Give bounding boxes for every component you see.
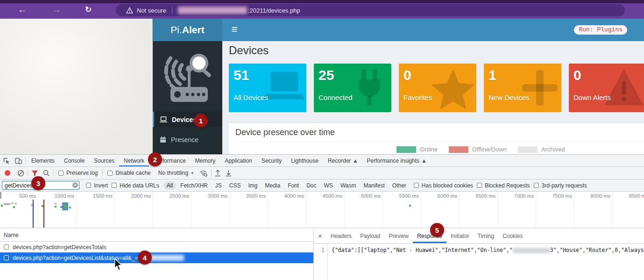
timeline-tick-label: 2000 ms xyxy=(131,193,151,199)
type-chip[interactable]: Fetch/XHR xyxy=(177,181,211,190)
laptop-icon xyxy=(160,116,167,122)
card-down-alerts[interactable]: 0 Down Alerts xyxy=(569,64,644,112)
timeline-tick-label: 1000 ms xyxy=(55,193,74,199)
detail-tab[interactable]: Payload xyxy=(356,229,384,243)
legend-item[interactable]: Offline/Down xyxy=(449,146,507,153)
card-favorites[interactable]: 0 Favorites xyxy=(399,64,476,112)
legend-swatch xyxy=(396,146,416,153)
main-content: Devices 51 All Devices 25 Connected 0 Fa… xyxy=(222,41,644,154)
chevron-down-icon: ▾ xyxy=(191,171,193,175)
detail-tab[interactable]: Initiator xyxy=(446,229,473,243)
address-bar[interactable]: Not secure :20211/devices.php xyxy=(116,4,625,16)
disable-cache-checkbox[interactable]: Disable cache xyxy=(107,170,150,176)
clear-icon[interactable] xyxy=(17,170,24,177)
devtools-tab[interactable]: Sources xyxy=(89,155,119,166)
response-json-line[interactable]: {"data":[["laptop","Net - Huawei","Inter… xyxy=(328,244,644,280)
redacted-host xyxy=(178,7,247,14)
step-badge-3: 3 xyxy=(31,176,45,190)
chart-legend: Online Offline/Down Archived xyxy=(273,146,644,153)
request-checkbox[interactable] xyxy=(4,255,9,260)
app-header: Pi.Alert ≡ Run: Plugins Sym (28, xyxy=(153,19,644,41)
timeline-tick-label: 6500 ms xyxy=(476,193,495,199)
network-overview-timeline[interactable]: 500 ms1000 ms1500 ms2000 ms2500 ms3000 m… xyxy=(0,192,644,228)
third-party-requests-checkbox[interactable]: 3rd-party requests xyxy=(534,182,587,189)
record-icon[interactable] xyxy=(5,170,10,176)
devtools-tab[interactable]: Elements xyxy=(27,155,59,166)
detail-tab[interactable]: Preview xyxy=(385,229,413,243)
request-list-header[interactable]: Name xyxy=(0,229,313,242)
legend-item[interactable]: Archived xyxy=(518,146,565,153)
run-plugins-button[interactable]: Run: Plugins xyxy=(574,25,627,35)
request-row-selected[interactable]: devices.php?action=getDevicesList&status… xyxy=(0,252,313,263)
sidebar-item-devices[interactable]: Devices xyxy=(153,112,222,127)
type-chip[interactable]: Wasm xyxy=(337,181,360,190)
timeline-tick-label: 5000 ms xyxy=(361,193,381,199)
preserve-log-checkbox[interactable]: Preserve log xyxy=(58,170,98,176)
security-label: Not secure xyxy=(137,7,166,14)
type-chip[interactable]: Doc xyxy=(303,181,319,190)
request-list: Name devices.php?action=getDevicesTotals… xyxy=(0,229,314,280)
request-checkbox[interactable] xyxy=(4,244,9,250)
network-conditions-icon[interactable] xyxy=(199,170,208,177)
throttling-select[interactable]: No throttling ▾ xyxy=(158,170,193,176)
redacted-response-value xyxy=(513,248,550,253)
devtools-tab[interactable]: Performance insights xyxy=(362,155,431,166)
type-chip[interactable]: Other xyxy=(389,181,410,190)
type-chip[interactable]: JS xyxy=(212,181,225,190)
app-logo[interactable]: Pi.Alert xyxy=(153,19,222,41)
type-chip[interactable]: Media xyxy=(262,181,283,190)
has-blocked-cookies-checkbox[interactable]: Has blocked cookies xyxy=(414,182,473,189)
divider xyxy=(53,169,54,177)
detail-tab[interactable]: Cookies xyxy=(498,229,527,243)
devtools-tab[interactable]: Application xyxy=(220,155,257,166)
devtools-tab[interactable]: Console xyxy=(59,155,89,166)
type-chip[interactable]: WS xyxy=(321,181,336,190)
type-chip[interactable]: Font xyxy=(284,181,302,190)
card-connected[interactable]: 25 Connected xyxy=(314,64,391,112)
network-filter-bar: ✕ Invert Hide data URLs AllFetch/XHRJSCS… xyxy=(0,179,644,192)
card-new-devices[interactable]: 1 New Devices xyxy=(484,64,561,112)
inspect-element-icon[interactable] xyxy=(0,155,12,166)
resource-type-chips: AllFetch/XHRJSCSSImgMediaFontDocWSWasmMa… xyxy=(163,181,410,190)
type-chip[interactable]: All xyxy=(163,181,176,190)
forward-icon[interactable]: → xyxy=(52,5,61,15)
close-icon[interactable]: × xyxy=(318,232,322,240)
devtools-tab[interactable]: Network xyxy=(119,155,149,166)
type-chip[interactable]: Manifest xyxy=(360,181,388,190)
timeline-tick-label: 5500 ms xyxy=(399,193,419,199)
request-row[interactable]: devices.php?action=getDevicesTotals xyxy=(0,242,313,252)
presence-panel-title: Device presence over time xyxy=(229,123,644,142)
export-har-icon[interactable] xyxy=(226,170,232,177)
import-har-icon[interactable] xyxy=(215,170,221,177)
sidebar-item-presence[interactable]: Presence xyxy=(153,132,222,147)
type-chip[interactable]: Img xyxy=(245,181,261,190)
devtools-tab[interactable]: Lighthouse xyxy=(286,155,323,166)
invert-checkbox[interactable]: Invert xyxy=(86,182,108,189)
hide-data-urls-checkbox[interactable]: Hide data URLs xyxy=(112,182,159,189)
clear-filter-icon[interactable]: ✕ xyxy=(72,182,78,188)
legend-swatch xyxy=(518,146,538,153)
reload-icon[interactable]: ↻ xyxy=(85,5,92,15)
calendar-icon xyxy=(160,136,166,143)
type-chip[interactable]: CSS xyxy=(226,181,244,190)
browser-toolbar: ← → ↻ Not secure :20211/devices.php xyxy=(0,0,644,19)
card-all-devices[interactable]: 51 All Devices xyxy=(229,64,306,112)
device-toolbar-icon[interactable] xyxy=(12,155,24,166)
legend-item[interactable]: Online xyxy=(396,146,438,153)
detail-tab[interactable]: Timing xyxy=(474,229,499,243)
filter-icon[interactable] xyxy=(31,170,38,176)
menu-toggle-icon[interactable]: ≡ xyxy=(227,23,241,36)
devtools-tab[interactable]: Security xyxy=(257,155,286,166)
detail-tab[interactable]: Headers xyxy=(326,229,356,243)
legend-swatch xyxy=(449,146,468,153)
devtools-tab[interactable]: Recorder xyxy=(323,155,362,166)
timeline-tick-label: 1500 ms xyxy=(93,193,113,199)
search-icon[interactable] xyxy=(43,170,50,177)
divider xyxy=(25,157,26,165)
detail-tabs: HeadersPayloadPreviewResponseInitiatorTi… xyxy=(326,229,527,243)
timeline-tick-label: 3500 ms xyxy=(246,193,266,199)
blocked-requests-checkbox[interactable]: Blocked Requests xyxy=(477,182,530,189)
devtools-tab[interactable]: Memory xyxy=(191,155,220,166)
back-icon[interactable]: ← xyxy=(18,5,27,15)
url-text: :20211/devices.php xyxy=(248,7,300,14)
